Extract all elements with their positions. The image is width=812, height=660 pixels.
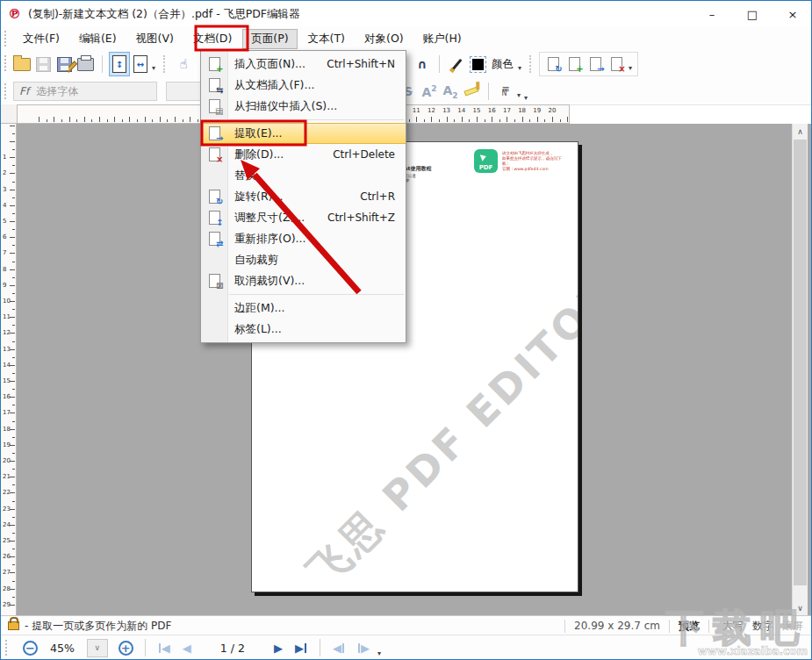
numlock-indicator: 数字 <box>752 619 773 634</box>
menu-separator <box>229 119 404 120</box>
highlighter-icon <box>463 86 478 96</box>
nav-overflow-caret[interactable]: ▾ <box>377 649 381 657</box>
separator <box>564 620 565 633</box>
zoom-select[interactable]: ∨ <box>87 639 108 657</box>
menuitem-reorder[interactable]: ⇄ 重新排序(O)... <box>201 228 406 249</box>
next-page-button[interactable]: ▶ <box>274 642 283 654</box>
hand-tool-button[interactable]: ☝ <box>173 53 194 75</box>
page-ops-group: ↻ + → × ▾ <box>539 52 638 76</box>
doc-header-note: 该文档由飞思PDF大师生成， 如果想去掉该提示显示，请访问下载： 官网：www.… <box>502 150 567 172</box>
fit-height-button[interactable]: ↕ <box>109 52 130 76</box>
close-button[interactable]: × <box>772 1 812 27</box>
page-size-readout: 20.99 x 29.7 cm <box>574 620 660 632</box>
color-dropdown-caret[interactable]: ▾ <box>518 64 521 72</box>
line-number-icon: ≡N <box>501 87 509 96</box>
menuitem-cancel-crop[interactable]: ⊠ 取消裁切(V)... <box>201 270 406 291</box>
line-number-button[interactable]: ≡N <box>495 80 516 103</box>
ruler-tick <box>529 119 530 122</box>
prev-page-button[interactable]: ◀ <box>183 642 191 654</box>
ruler-tick <box>409 119 410 122</box>
view-forward-button[interactable]: ▶ <box>357 642 370 654</box>
menu-page[interactable]: 页面(P) <box>242 29 297 49</box>
separator <box>529 55 533 73</box>
ruler-tick <box>567 117 568 122</box>
view-back-button[interactable]: ◀ <box>333 642 345 654</box>
resize-icon: ↕ <box>209 211 220 225</box>
preview-mode-label[interactable]: 预览 <box>679 619 700 634</box>
uturn-button[interactable]: ∩ <box>412 53 433 75</box>
highlighter-button[interactable] <box>461 80 482 103</box>
menuitem-labels[interactable]: 标签(L)... <box>201 319 406 340</box>
open-button[interactable] <box>11 53 32 75</box>
maximize-button[interactable]: □ <box>732 1 772 27</box>
last-page-icon: ▶ <box>295 642 304 654</box>
insert-page-button[interactable]: + <box>564 53 585 75</box>
ruler-number: 13 <box>3 346 11 353</box>
ruler-tick <box>12 373 15 374</box>
ruler-number: 1 <box>3 154 6 161</box>
first-page-button[interactable]: ◀ <box>158 642 170 654</box>
menuitem-rotate[interactable]: ↻ 旋转(R)...Ctrl+R <box>201 186 406 207</box>
zoom-out-button[interactable]: − <box>23 641 38 656</box>
delete-page-button[interactable]: × <box>606 53 627 75</box>
last-page-button[interactable]: ▶ <box>295 642 307 654</box>
ruler-number: 13 <box>442 107 450 114</box>
menuitem-delete[interactable]: × 删除(D)...Ctrl+Delete <box>201 144 406 165</box>
print-button[interactable] <box>75 53 96 75</box>
save-button[interactable] <box>32 53 54 75</box>
ruler-number: 16 <box>488 107 496 114</box>
menuitem-insert-from-document[interactable]: ⇆ 从文档插入(F)... <box>201 75 406 96</box>
next-page-icon: ▶ <box>274 642 283 654</box>
line-number-caret[interactable]: ▾ <box>517 91 521 99</box>
eyedropper-button[interactable] <box>446 53 467 75</box>
color-swatch-button[interactable] <box>467 53 488 75</box>
scanner-icon: ▤ <box>209 99 220 113</box>
scroll-down-button[interactable]: ∨ <box>793 600 808 615</box>
menu-view[interactable]: 视图(V) <box>127 29 183 49</box>
ruler-number: 9 <box>3 282 6 289</box>
menu-text[interactable]: 文本(T) <box>299 29 354 49</box>
superscript-button[interactable]: A2 <box>419 80 440 103</box>
fit-dropdown-caret[interactable]: ▾ <box>152 64 155 72</box>
ruler-tick <box>12 245 15 246</box>
color-label: 颜色 <box>492 57 514 72</box>
save-as-button[interactable] <box>54 53 75 75</box>
minimize-button[interactable]: – <box>692 1 732 27</box>
menuitem-replace[interactable]: 替换 <box>201 165 406 186</box>
separator <box>708 620 709 633</box>
menu-object[interactable]: 对象(O) <box>356 29 413 49</box>
page-ops-overflow-caret[interactable]: ▾ <box>629 64 632 72</box>
ruler-tick <box>69 117 70 122</box>
font-select[interactable]: Ff 选择字体 <box>13 82 157 101</box>
menuitem-auto-crop[interactable]: 自动裁剪 <box>201 249 406 270</box>
menu-document[interactable]: 文档(D) <box>184 29 241 49</box>
subscript-button[interactable]: A2 <box>440 80 461 103</box>
fit-width-button[interactable]: ↔ <box>130 52 151 76</box>
insert-from-document-icon: ⇆ <box>209 78 220 92</box>
scrollbar-thumb[interactable] <box>794 140 807 585</box>
ruler-tick <box>12 149 15 150</box>
ruler-tick <box>12 581 15 582</box>
ruler-number: 2 <box>3 169 6 176</box>
zoom-in-button[interactable]: + <box>119 641 133 656</box>
menuitem-insert-page[interactable]: + 插入页面(N)...Ctrl+Shift+N <box>201 54 406 75</box>
menuitem-insert-from-scanner[interactable]: ▤ 从扫描仪中插入(S)... <box>201 96 406 117</box>
ruler-tick <box>12 405 15 405</box>
menuitem-resize[interactable]: ↕ 调整尺寸(Z)...Ctrl+Shift+Z <box>201 207 406 228</box>
ruler-tick <box>10 221 15 222</box>
rotate-page-button[interactable]: ↻ <box>543 53 564 75</box>
format-overflow-caret[interactable]: ▾ <box>524 94 528 102</box>
ruler-tick <box>12 453 15 454</box>
ruler-tick <box>198 119 198 122</box>
ruler-number: 29 <box>3 601 11 608</box>
ruler-tick <box>12 277 15 278</box>
menuitem-margins[interactable]: 边距(M)... <box>201 298 406 319</box>
vertical-scrollbar[interactable]: ∧ ∨ <box>792 124 808 615</box>
menuitem-extract[interactable]: → 提取(E)... <box>201 123 406 144</box>
ruler-tick <box>122 119 123 122</box>
menu-file[interactable]: 文件(F) <box>14 29 68 49</box>
scroll-up-button[interactable]: ∧ <box>793 124 808 139</box>
extract-page-button[interactable]: → <box>585 53 606 75</box>
menu-edit[interactable]: 编辑(E) <box>70 29 126 49</box>
menu-account[interactable]: 账户(H) <box>414 29 471 49</box>
